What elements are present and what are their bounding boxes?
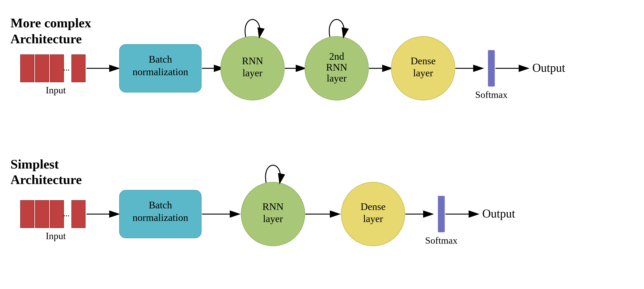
top-rnn1: RNN layer [221,37,284,100]
top-rnn2-label1: 2nd [329,51,344,62]
svg-rect-13 [50,200,64,228]
bottom-input-dots: ... [63,209,70,218]
bottom-rnn-label1: RNN [262,201,284,212]
main-svg: More complex Architecture ... Input Batc… [0,0,644,289]
top-rnn1-selfloop [245,20,260,37]
diagram-container: More complex Architecture ... Input Batc… [0,0,644,289]
svg-rect-2 [20,55,34,82]
svg-rect-3 [35,55,49,82]
top-rnn2-label3: layer [327,73,347,84]
svg-rect-10 [488,50,495,87]
top-softmax-bar: Softmax [475,50,508,100]
bottom-input-label: Input [46,231,66,241]
svg-rect-11 [20,200,34,228]
svg-rect-12 [35,200,49,228]
bottom-batch-norm: Batch normalization [120,190,201,238]
bottom-softmax-label: Softmax [425,235,458,246]
top-batch-norm: Batch normalization [120,44,201,92]
bottom-input-block: ... Input [20,200,85,241]
bottom-arch-title-line1: Simplest [10,157,59,171]
top-bn-label1: Batch [149,54,172,65]
bottom-arch-title-line2: Architecture [10,172,82,187]
top-input-label: Input [46,85,66,95]
svg-rect-14 [72,200,85,228]
top-input-block: ... Input [20,55,85,95]
top-arch-title-line2: Architecture [10,32,82,46]
svg-rect-4 [50,55,64,82]
bottom-softmax-bar: Softmax [425,196,458,246]
top-dense-label1: Dense [410,55,436,67]
bottom-bn-label1: Batch [149,199,172,211]
top-rnn1-label2: layer [242,67,262,79]
bottom-rnn-label2: layer [263,213,283,224]
top-rnn2: 2nd RNN layer [305,37,368,100]
top-softmax-label: Softmax [475,90,508,100]
svg-rect-5 [72,55,85,82]
top-rnn2-selfloop [329,20,344,37]
bottom-rnn-selfloop [266,165,280,183]
top-rnn2-label2: RNN [326,62,347,73]
bottom-rnn: RNN layer [241,182,305,246]
bottom-bn-label2: normalization [132,212,188,223]
top-dense: Dense layer [391,37,455,100]
top-input-dots: ... [63,63,70,72]
top-rnn1-label1: RNN [242,55,263,67]
top-dense-label2: layer [413,67,433,79]
svg-rect-18 [438,196,445,232]
bottom-dense: Dense layer [341,182,405,246]
bottom-output-label: Output [482,207,515,220]
top-output-label: Output [532,61,565,74]
bottom-dense-label2: layer [363,213,383,224]
top-arch-title-line1: More complex [10,16,91,30]
bottom-dense-label1: Dense [360,201,386,212]
top-bn-label2: normalization [132,66,188,77]
